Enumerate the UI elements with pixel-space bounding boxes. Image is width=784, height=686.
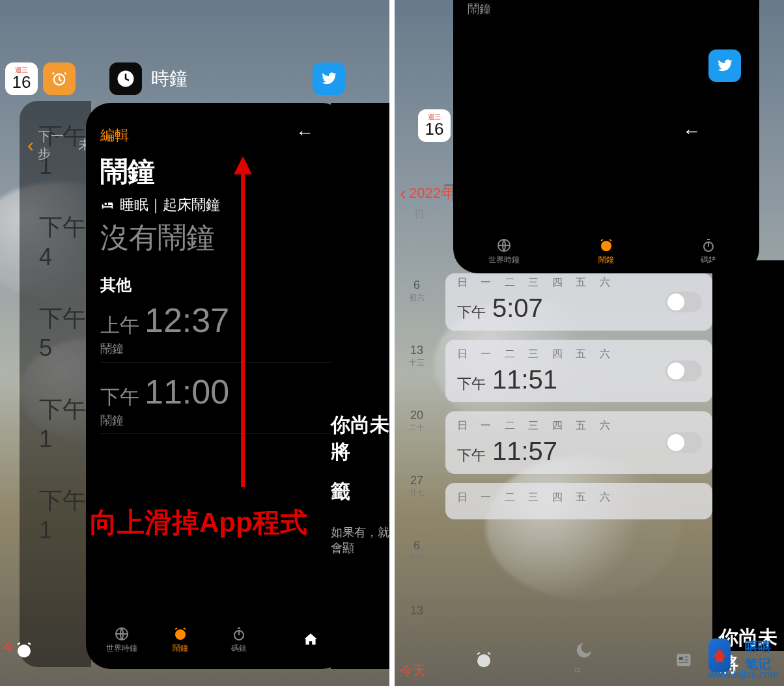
alarm-toggle[interactable]	[665, 292, 702, 312]
calendar-date: 6初四	[397, 534, 436, 599]
home-icon	[302, 631, 319, 648]
left-screenshot: 下午 1 下午 4 下午 5 下午 1 下午 1 週三 16 時鐘 ‹下一步 未	[0, 0, 389, 686]
calendar-date: 13十一	[397, 599, 436, 664]
svg-rect-10	[677, 654, 691, 666]
today-label[interactable]: 今	[3, 639, 14, 655]
twitter-app-icon[interactable]	[708, 49, 741, 82]
bg-alarm-tab-icon	[14, 640, 34, 660]
sleep-section-label: 睡眠｜起床鬧鐘	[100, 195, 220, 215]
edit-button[interactable]: 編輯	[100, 126, 129, 145]
sleep-tab-icon[interactable]: zz	[574, 640, 594, 680]
alarm-tab-icon[interactable]	[474, 650, 494, 670]
swipe-up-arrow-annotation	[241, 161, 245, 487]
svg-point-3	[175, 629, 186, 640]
clock-app-card-swiping[interactable]: 下午 11:00 鬧鐘 ← 世界時鐘 鬧鐘 碼錶	[453, 0, 759, 273]
globe-icon	[114, 626, 130, 642]
calendar-date: 27廿七	[397, 469, 436, 534]
calendar-date: 6初六	[397, 273, 436, 338]
watermark: 嘻嘻笔记 www.bijixx.com	[708, 668, 779, 681]
news-tab-icon[interactable]	[675, 651, 693, 669]
background-card-peek[interactable]: ‹下一步 未	[20, 101, 91, 667]
right-card-peek[interactable]: 你尚未將 籤 如果有，就會顯	[712, 260, 784, 651]
alarm-card[interactable]: 日 一 二 三 四 五 六	[445, 483, 712, 519]
calendar-date-column: 6初六 13十三 20二十 27廿七 6初四 13十一	[397, 273, 436, 664]
no-alarm-text: 沒有鬧鐘	[100, 219, 215, 257]
alarm-card[interactable]: 日 一 二 三 四 五 六 下午11:57	[445, 411, 712, 474]
alarm-row[interactable]: 下午11:00 鬧鐘	[100, 372, 332, 434]
page-title: 鬧鐘	[100, 154, 155, 190]
watermark-brand: 嘻嘻笔记	[736, 638, 771, 673]
bottom-tabs: zz	[434, 635, 733, 685]
tab-alarm[interactable]: 鬧鐘	[587, 238, 626, 266]
globe-icon	[496, 238, 512, 253]
alarm-clock-icon	[598, 238, 614, 253]
tab-alarm[interactable]: 鬧鐘	[161, 626, 200, 654]
clock-app-card[interactable]: 編輯 ← 鬧鐘 睡眠｜起床鬧鐘 沒有鬧鐘 其他 上午12:37 鬧鐘 下午11:…	[86, 103, 346, 669]
tab-world-clock[interactable]: 世界時鐘	[102, 626, 141, 654]
back-arrow-icon[interactable]: ←	[682, 121, 701, 142]
calendar-date: 20二十	[397, 404, 436, 469]
svg-point-5	[18, 644, 31, 657]
calendar-date: 13十三	[397, 338, 436, 404]
watermark-logo-icon	[708, 638, 731, 672]
today-button[interactable]: 今天	[400, 662, 426, 679]
clock-app-name: 時鐘	[151, 66, 188, 91]
right-screenshot: 週三 16 ‹2022年 日 下 6初六 13十三 20二十 27廿七 6初四 …	[395, 0, 784, 686]
clock-app-icon	[109, 62, 142, 95]
twitter-app-icon[interactable]	[313, 62, 345, 95]
alarm-label: 鬧鐘	[468, 1, 491, 17]
svg-point-9	[477, 654, 490, 667]
alarm-toggle[interactable]	[665, 361, 702, 381]
alarm-card[interactable]: 日 一 二 三 四 五 六 下午5:07	[445, 273, 712, 331]
clock-tabs: 世界時鐘 鬧鐘 碼錶	[86, 611, 346, 669]
tab-world-clock[interactable]: 世界時鐘	[484, 238, 524, 266]
alarm-app-icon[interactable]	[43, 62, 76, 95]
alarm-row[interactable]: 上午12:37 鬧鐘	[100, 301, 332, 363]
alarm-clock-icon	[173, 626, 188, 642]
bed-icon	[100, 198, 115, 212]
calendar-app-icon[interactable]: 週三 16	[418, 109, 451, 142]
calendar-app-icon[interactable]: 週三 16	[5, 62, 38, 95]
tab-stopwatch[interactable]: 碼錶	[219, 626, 259, 654]
right-card-peek[interactable]: 你尚未將 籤 如果有，就會顯	[331, 103, 389, 669]
stopwatch-icon	[701, 238, 716, 253]
tab-home[interactable]	[291, 631, 330, 648]
alarm-toggle[interactable]	[665, 432, 702, 453]
app-switcher-icons: 週三 16	[5, 62, 76, 95]
alarm-card[interactable]: 日 一 二 三 四 五 六 下午11:51	[445, 340, 712, 402]
svg-rect-11	[679, 657, 683, 660]
other-section-label: 其他	[100, 275, 132, 295]
clock-app-header[interactable]: 時鐘	[109, 62, 188, 95]
alarm-list: 日 一 二 三 四 五 六 下午5:07 日 一 二 三 四 五 六 下午11:…	[445, 273, 712, 528]
annotation-text: 向上滑掉App程式	[90, 504, 307, 541]
stopwatch-icon	[231, 626, 247, 642]
weekday-header: 日	[414, 208, 425, 222]
svg-point-7	[601, 241, 611, 251]
back-arrow-icon[interactable]: ←	[296, 122, 314, 143]
